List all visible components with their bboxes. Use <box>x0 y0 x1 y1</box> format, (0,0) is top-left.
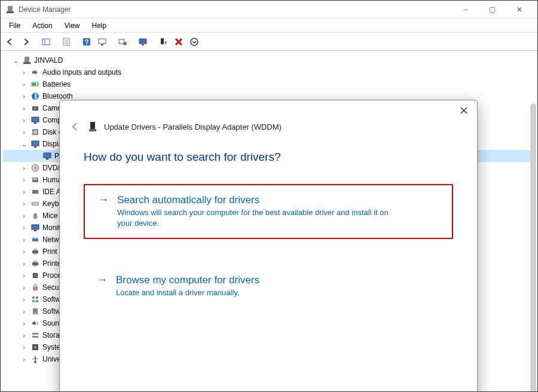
svg-rect-72 <box>32 336 38 338</box>
expander-icon[interactable]: ⌄ <box>20 138 28 150</box>
menu-action[interactable]: Action <box>26 20 58 31</box>
monitor-icon[interactable] <box>95 35 109 49</box>
expander-icon[interactable]: › <box>20 305 28 317</box>
minimize-button[interactable]: – <box>452 1 479 19</box>
sound-icon <box>30 318 40 328</box>
device-enable-icon[interactable] <box>156 35 170 49</box>
expander-icon[interactable]: › <box>20 162 28 174</box>
option-title: Search automatically for drivers <box>117 194 259 206</box>
expander-icon[interactable]: › <box>20 329 28 341</box>
svg-point-68 <box>35 313 36 314</box>
svg-rect-36 <box>34 146 36 148</box>
svg-rect-1 <box>7 11 14 13</box>
dialog-close-button[interactable] <box>456 102 472 119</box>
device-icon <box>30 307 40 316</box>
expander-icon[interactable]: › <box>20 186 28 198</box>
disk-icon <box>30 127 40 137</box>
usb-icon <box>30 354 40 364</box>
computer-icon <box>22 56 32 65</box>
update-drivers-dialog: Update Drivers - Parallels Display Adapt… <box>59 100 478 391</box>
tree-pane-icon[interactable] <box>39 35 53 49</box>
tree-item[interactable]: ›Batteries <box>3 78 535 90</box>
mouse-icon <box>30 211 40 220</box>
dialog-back-button[interactable] <box>69 121 81 133</box>
circle-down-icon[interactable] <box>187 35 201 49</box>
camera-icon <box>30 103 40 113</box>
option-subtitle: Windows will search your computer for th… <box>98 207 397 228</box>
battery-icon <box>30 79 40 89</box>
ide-icon <box>30 187 40 197</box>
dialog-question: How do you want to search for drivers? <box>84 151 453 164</box>
svg-rect-56 <box>33 253 37 255</box>
svg-point-30 <box>34 108 36 110</box>
option-browse-computer[interactable]: → Browse my computer for drivers Locate … <box>84 265 453 308</box>
svg-rect-61 <box>34 274 36 277</box>
expander-icon[interactable]: › <box>20 341 28 353</box>
network-icon <box>30 235 40 244</box>
expander-icon[interactable]: › <box>20 174 28 186</box>
scrollbar[interactable] <box>530 103 536 391</box>
svg-rect-55 <box>33 249 37 250</box>
svg-rect-27 <box>32 83 36 85</box>
properties-icon[interactable] <box>59 35 74 49</box>
expander-icon[interactable]: ⌄ <box>11 54 20 66</box>
menu-file[interactable]: File <box>3 20 26 31</box>
expander-icon[interactable]: › <box>20 210 28 222</box>
close-button[interactable]: ✕ <box>506 1 533 19</box>
expander-icon[interactable]: › <box>20 234 28 246</box>
arrow-left-icon[interactable] <box>3 35 17 49</box>
help-icon[interactable]: ? <box>80 35 94 49</box>
keyboard-icon <box>30 199 40 209</box>
toolbar: ? <box>1 33 537 51</box>
arrow-right-icon: → <box>98 194 109 206</box>
expander-icon[interactable]: › <box>20 102 28 114</box>
printer-icon <box>30 259 40 268</box>
maximize-button[interactable]: ▢ <box>479 1 506 19</box>
separator <box>75 35 78 49</box>
expander-icon[interactable]: › <box>20 293 28 305</box>
expander-icon[interactable]: › <box>20 246 28 258</box>
svg-rect-65 <box>32 300 35 302</box>
menu-view[interactable]: View <box>59 20 86 31</box>
option-subtitle: Locate and install a driver manually. <box>97 287 396 298</box>
expander-icon[interactable]: › <box>20 90 28 102</box>
arrow-right-icon[interactable] <box>19 35 33 49</box>
svg-rect-35 <box>32 141 39 146</box>
expander-icon[interactable]: › <box>20 114 28 126</box>
option-title: Browse my computer for drivers <box>116 274 259 286</box>
window-title: Device Manager <box>19 5 71 14</box>
svg-rect-58 <box>33 261 37 262</box>
hid-icon <box>30 175 40 185</box>
monitor-icon <box>42 151 52 161</box>
svg-rect-66 <box>36 300 38 302</box>
delete-icon[interactable] <box>172 35 186 49</box>
content-area: ⌄ JINVALD ›Audio inputs and outputs›Batt… <box>1 51 537 391</box>
expander-icon[interactable]: › <box>20 258 28 270</box>
expander-icon[interactable]: › <box>20 126 28 138</box>
expander-icon[interactable]: › <box>20 66 28 78</box>
storage-icon <box>30 330 40 340</box>
menu-help[interactable]: Help <box>86 20 113 31</box>
svg-rect-42 <box>33 178 38 180</box>
svg-rect-71 <box>32 333 38 335</box>
option-search-automatically[interactable]: → Search automatically for drivers Windo… <box>84 184 453 239</box>
expander-icon[interactable]: › <box>20 281 28 293</box>
expander-icon[interactable]: › <box>20 78 28 90</box>
svg-point-74 <box>34 346 36 348</box>
expander-icon[interactable]: › <box>20 198 28 210</box>
tree-item[interactable]: ›Audio inputs and outputs <box>3 66 535 78</box>
expander-icon[interactable]: › <box>20 222 28 234</box>
expander-icon[interactable]: › <box>20 353 28 365</box>
device-icon <box>87 121 98 132</box>
expander-icon[interactable]: › <box>20 270 28 281</box>
component-icon <box>30 295 40 304</box>
svg-rect-21 <box>25 57 29 62</box>
expander-icon[interactable]: › <box>20 317 28 329</box>
monitor-refresh-icon[interactable] <box>136 35 150 49</box>
svg-marker-17 <box>165 41 167 44</box>
svg-rect-10 <box>99 39 106 44</box>
svg-rect-62 <box>33 287 38 290</box>
scan-hardware-icon[interactable] <box>115 35 130 49</box>
svg-rect-69 <box>32 322 34 324</box>
tree-root[interactable]: ⌄ JINVALD <box>3 54 535 66</box>
